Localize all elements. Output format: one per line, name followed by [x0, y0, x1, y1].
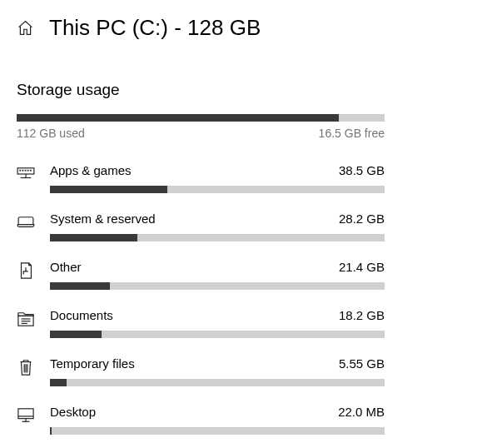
category-bar: [50, 331, 385, 338]
trash-icon: [17, 358, 35, 376]
overall-usage-fill: [17, 114, 339, 122]
category-name: Apps & games: [50, 163, 132, 177]
svg-rect-5: [30, 170, 32, 172]
category-name: Temporary files: [50, 356, 135, 371]
category-row-apps[interactable]: Apps & games38.5 GB: [17, 163, 465, 193]
category-row-system[interactable]: System & reserved28.2 GB: [17, 212, 465, 241]
category-bar: [50, 379, 385, 386]
category-row-desktop[interactable]: Desktop22.0 MB: [17, 405, 465, 435]
category-bar: [50, 234, 385, 241]
svg-rect-15: [18, 409, 33, 419]
category-size: 22.0 MB: [338, 405, 385, 419]
category-size: 21.4 GB: [339, 260, 385, 274]
category-name: Documents: [50, 308, 113, 322]
overall-usage-labels: 112 GB used 16.5 GB free: [17, 127, 385, 140]
overall-used-label: 112 GB used: [17, 127, 85, 140]
category-name: Desktop: [50, 405, 96, 419]
apps-icon: [17, 165, 35, 183]
category-size: 5.55 GB: [339, 356, 385, 371]
svg-rect-3: [25, 170, 27, 172]
category-bar-fill: [50, 234, 137, 241]
category-bar: [50, 427, 385, 435]
category-bar-fill: [50, 186, 167, 193]
other-icon: [17, 261, 35, 280]
desktop-icon: [17, 406, 35, 425]
category-bar-fill: [50, 282, 110, 290]
overall-usage-bar: [17, 114, 385, 122]
system-icon: [17, 213, 35, 231]
category-bar: [50, 282, 385, 290]
category-name: Other: [50, 260, 82, 274]
svg-rect-4: [27, 170, 29, 172]
section-heading: Storage usage: [17, 81, 465, 99]
category-row-documents[interactable]: Documents18.2 GB: [17, 308, 465, 338]
category-row-other[interactable]: Other21.4 GB: [17, 260, 465, 290]
category-bar-fill: [50, 379, 67, 386]
documents-icon: [17, 310, 35, 328]
page-title: This PC (C:) - 128 GB: [49, 15, 261, 41]
category-bar-fill: [50, 427, 52, 435]
category-size: 18.2 GB: [339, 308, 385, 322]
home-icon[interactable]: [17, 19, 34, 37]
category-size: 28.2 GB: [339, 212, 385, 226]
category-bar-fill: [50, 331, 102, 338]
overall-free-label: 16.5 GB free: [319, 127, 385, 140]
category-row-trash[interactable]: Temporary files5.55 GB: [17, 356, 465, 386]
svg-rect-1: [19, 170, 21, 172]
category-name: System & reserved: [50, 212, 156, 226]
category-bar: [50, 186, 385, 193]
category-size: 38.5 GB: [339, 163, 385, 177]
svg-rect-2: [22, 170, 24, 172]
